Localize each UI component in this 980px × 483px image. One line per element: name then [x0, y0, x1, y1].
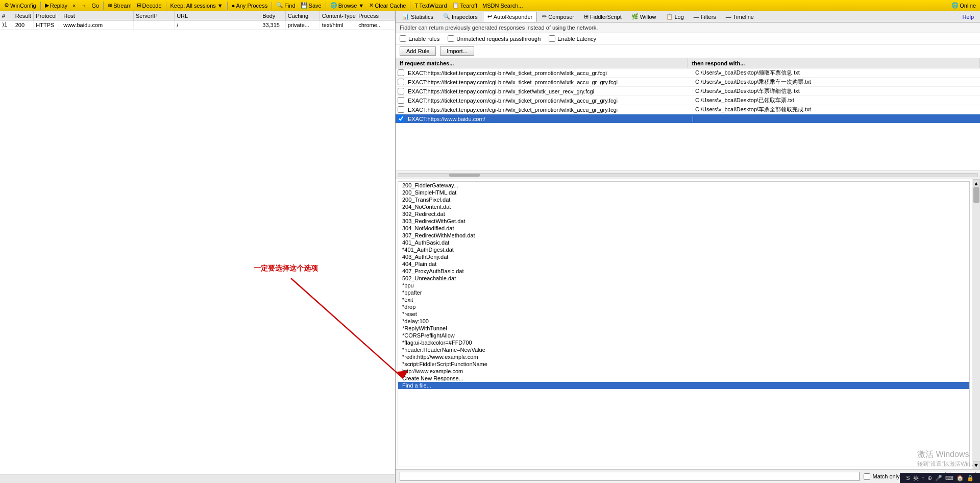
rule-match-1: EXACT:https://ticket.tenpay.com/cgi-bin/… [406, 70, 693, 76]
next-btn[interactable]: → [79, 2, 88, 9]
list-item[interactable]: 407_ProxyAuthBasic.dat [398, 268, 969, 275]
scrollbar-thumb[interactable] [449, 174, 480, 177]
unmatched-passthrough-checkbox[interactable] [448, 35, 454, 42]
tab-log[interactable]: 📋 Log [662, 12, 689, 22]
list-item[interactable]: 502_Unreachable.dat [398, 275, 969, 282]
list-item[interactable]: 307_RedirectWithMethod.dat [398, 232, 969, 239]
list-item[interactable]: *redir:http://www.example.com [398, 353, 969, 360]
tearoff-btn[interactable]: 📋 Tearoff [450, 2, 479, 9]
stream-btn[interactable]: ≋ Stream [106, 2, 133, 9]
list-item[interactable]: 403_AuthDeny.dat [398, 253, 969, 260]
help-link[interactable]: Help [958, 14, 978, 20]
list-item[interactable]: 401_AuthBasic.dat [398, 239, 969, 246]
toolbar-sep-7 [410, 2, 410, 10]
any-process-btn[interactable]: ● Any Process [230, 2, 270, 9]
online-btn[interactable]: 🌐 Online [949, 2, 978, 9]
list-item[interactable]: *bpafter [398, 289, 969, 296]
list-item[interactable]: *flag:ui-backcolor=#FFD700 [398, 339, 969, 346]
ar-rule-row[interactable]: EXACT:https://ticket.tenpay.com/cgi-bin/… [396, 78, 980, 87]
clear-cache-icon: ✕ [369, 2, 374, 9]
list-item[interactable]: Create New Response... [398, 375, 969, 382]
ar-rule-row[interactable]: EXACT:https://ticket.tenpay.com/cgi-bin/… [396, 105, 980, 114]
tab-fiddlerscript[interactable]: ⊞ FiddlerScript [579, 12, 626, 22]
list-item[interactable]: 302_Redirect.dat [398, 210, 969, 218]
go-btn[interactable]: Go [89, 2, 101, 9]
list-item[interactable]: 404_Plain.dat [398, 260, 969, 268]
ar-rule-row-selected[interactable]: EXACT:https://www.baidu.com/ [396, 114, 980, 124]
rule-checkbox-2[interactable] [396, 79, 406, 85]
list-item[interactable]: *reset [398, 310, 969, 318]
scroll-up-btn[interactable]: ▲ [973, 179, 980, 187]
list-item[interactable]: *exit [398, 296, 969, 303]
unmatched-passthrough-label: Unmatched requests passthrough [456, 36, 541, 42]
ar-description: Fiddler can return previously generated … [396, 22, 980, 33]
ar-rule-row[interactable]: EXACT:https://ticket.tenpay.com/cgi-bin/… [396, 96, 980, 105]
tab-bar: 📊 Statistics 🔍 Inspectors ↩ AutoResponde… [396, 11, 980, 22]
list-item[interactable]: 204_NoContent.dat [398, 203, 969, 210]
textwizard-btn[interactable]: T TextWizard [412, 2, 449, 9]
list-item[interactable] [398, 389, 969, 398]
list-item[interactable]: http://www.example.com [398, 368, 969, 375]
rule-respond-4: C:\Users\v_bcai\Desktop\已领取车票.txt [693, 96, 980, 104]
list-item[interactable]: *delay:100 [398, 318, 969, 325]
list-item[interactable]: 200_TransPixel.dat [398, 196, 969, 203]
ar-rule-row[interactable]: EXACT:https://ticket.tenpay.com/cgi-bin/… [396, 87, 980, 96]
ar-rule-row[interactable]: EXACT:https://ticket.tenpay.com/cgi-bin/… [396, 68, 980, 78]
list-item[interactable]: *401_AuthDigest.dat [398, 246, 969, 253]
find-btn[interactable]: 🔍 Find [274, 2, 297, 9]
msdn-search-btn[interactable]: MSDN Search... [480, 2, 525, 9]
rule-checkbox-6[interactable] [396, 115, 406, 122]
list-item-selected[interactable]: Find a file... [398, 382, 969, 389]
list-item[interactable]: *drop [398, 303, 969, 310]
list-item[interactable]: *bpu [398, 282, 969, 289]
table-row[interactable]: ⟩1 200 HTTPS www.baidu.com / 33,315 priv… [0, 20, 395, 30]
ar-response-input[interactable] [400, 472, 860, 481]
rule-checkbox-4[interactable] [396, 97, 406, 104]
tab-autoresponder[interactable]: ↩ AutoResponder [483, 12, 537, 22]
tab-inspectors[interactable]: 🔍 Inspectors [438, 12, 482, 22]
list-item[interactable]: 303_RedirectWithGet.dat [398, 218, 969, 225]
rule-checkbox-1[interactable] [396, 69, 406, 76]
tab-willow[interactable]: 🌿 Willow [627, 12, 661, 22]
list-item[interactable]: *script:FiddlerScriptFunctionName [398, 360, 969, 368]
tab-statistics[interactable]: 📊 Statistics [398, 12, 438, 22]
enable-rules-option[interactable]: Enable rules [400, 35, 439, 42]
rule-checkbox-3[interactable] [396, 88, 406, 94]
enable-latency-checkbox[interactable] [549, 35, 555, 42]
replay-icon: ▶ [45, 2, 49, 9]
clear-cache-btn[interactable]: ✕ Clear Cache [367, 2, 408, 9]
scrollbar-track[interactable] [398, 173, 978, 177]
list-item[interactable]: *ReplyWithTunnel [398, 325, 969, 332]
session-panel: # Result Protocol Host ServerIP URL Body… [0, 11, 396, 483]
match-once-checkbox[interactable] [864, 473, 870, 480]
list-item[interactable]: *CORSPreflightAllow [398, 332, 969, 339]
scrollbar-track-v[interactable] [973, 187, 980, 461]
save-btn[interactable]: 💾 Save [299, 2, 324, 9]
list-item[interactable]: 200_FiddlerGateway... [398, 182, 969, 189]
list-item[interactable]: 304_NotModified.dat [398, 225, 969, 232]
enable-latency-option[interactable]: Enable Latency [549, 35, 596, 42]
list-item[interactable]: *header:HeaderName=NewValue [398, 346, 969, 353]
rule-respond-1: C:\Users\v_bcai\Desktop\领取车票信息.txt [693, 69, 980, 77]
unmatched-passthrough-option[interactable]: Unmatched requests passthrough [448, 35, 541, 42]
tab-timeline[interactable]: — Timeline [721, 12, 758, 22]
import-button[interactable]: Import... [440, 46, 474, 56]
browse-btn[interactable]: 🌐 Browse ▼ [328, 2, 366, 9]
replay-btn[interactable]: ▶ Replay [43, 2, 69, 9]
decode-btn[interactable]: ⊞ Decode [135, 2, 164, 9]
add-rule-button[interactable]: Add Rule [400, 46, 436, 56]
ar-response-list: 200_FiddlerGateway... 200_SimpleHTML.dat… [398, 181, 970, 467]
enable-rules-checkbox[interactable] [400, 35, 406, 42]
scrollbar-thumb-v[interactable] [973, 187, 979, 203]
rule-checkbox-5[interactable] [396, 106, 406, 113]
scroll-down-btn[interactable]: ▼ [973, 461, 980, 469]
keep-sessions-btn[interactable]: Keep: All sessions ▼ [168, 2, 225, 9]
tab-composer[interactable]: ✏ Composer [537, 12, 579, 22]
remove-btn[interactable]: × [70, 2, 78, 9]
tab-filters[interactable]: — Filters [689, 12, 721, 22]
list-item[interactable]: 200_SimpleHTML.dat [398, 189, 969, 196]
vertical-scrollbar[interactable]: ▲ ▼ [972, 179, 980, 469]
winconfig-btn[interactable]: ⚙ WinConfig [2, 2, 38, 9]
ar-horizontal-scrollbar[interactable] [396, 171, 980, 179]
ar-col-respond: then respond with... [688, 58, 981, 68]
